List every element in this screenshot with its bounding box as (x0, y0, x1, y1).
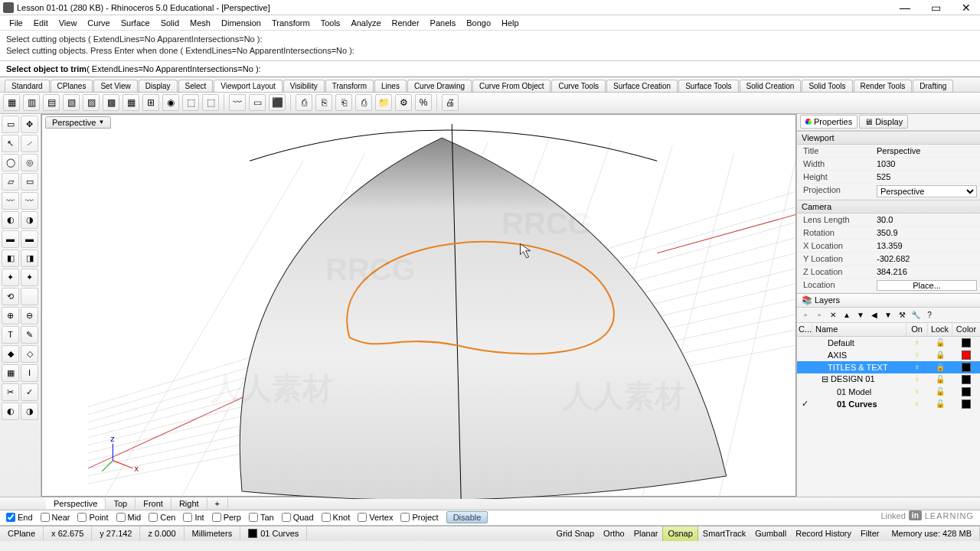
menu-dimension[interactable]: Dimension (217, 17, 266, 29)
toolbar-button[interactable]: ⎘ (315, 94, 332, 111)
toolbar-button[interactable]: ⊞ (142, 94, 159, 111)
delete-layer-icon[interactable]: ✕ (828, 309, 838, 320)
tool-button[interactable]: ⟲ (2, 288, 19, 305)
menu-surface[interactable]: Surface (116, 17, 155, 29)
status-units[interactable]: Millimeters (185, 527, 241, 541)
tab-surface-creation[interactable]: Surface Creation (606, 80, 678, 92)
tools-icon[interactable]: ⚒ (897, 309, 907, 320)
tool-button[interactable]: ◇ (21, 345, 38, 363)
tool-button[interactable]: T (2, 326, 19, 344)
status-toggle-osnap[interactable]: Osnap (662, 527, 697, 541)
toolbar-button[interactable]: ⚙ (395, 94, 412, 111)
menu-transform[interactable]: Transform (267, 17, 315, 29)
status-toggle-smarttrack[interactable]: SmartTrack (698, 527, 750, 541)
tab-curve-tools[interactable]: Curve Tools (551, 80, 606, 92)
menu-edit[interactable]: Edit (29, 17, 53, 29)
layer-row[interactable]: TITLES & TEXT ♀ 🔒 (797, 361, 980, 373)
tool-button[interactable]: ◐ (2, 403, 19, 420)
tab-surface-tools[interactable]: Surface Tools (678, 80, 738, 92)
viewport-canvas[interactable]: z x (42, 115, 795, 499)
toolbar-button[interactable]: % (415, 94, 432, 111)
layer-row[interactable]: AXIS ♀ 🔒 (797, 349, 980, 361)
osnap-near[interactable]: Near (41, 513, 70, 522)
status-layer[interactable]: 01 Curves (240, 527, 307, 541)
tool-button[interactable]: ⊕ (2, 307, 19, 324)
tool-button[interactable]: ✎ (21, 326, 38, 344)
command-prompt[interactable]: Select object to trim ( ExtendLines=No A… (0, 61, 980, 77)
tool-button[interactable]: ▬ (21, 230, 38, 248)
tool-button[interactable]: ▦ (2, 364, 19, 382)
cam-lens-value[interactable]: 30.0 (874, 214, 980, 226)
toolbar-button[interactable]: ⬚ (202, 94, 219, 111)
toolbar-button[interactable]: ⎙ (296, 94, 312, 111)
menu-render[interactable]: Render (387, 17, 424, 29)
chevron-down-icon[interactable]: ▼ (98, 119, 104, 126)
tool-button[interactable]: ◎ (21, 154, 38, 171)
toolbar-button[interactable]: ▨ (83, 94, 100, 111)
help-icon[interactable]: ? (924, 309, 935, 320)
status-toggle-grid-snap[interactable]: Grid Snap (552, 527, 599, 541)
tab-properties[interactable]: Properties (800, 115, 858, 129)
tool-button[interactable]: ✥ (21, 116, 38, 133)
layer-row[interactable]: 01 Model ♀ 🔓 (797, 386, 980, 398)
tab-transform[interactable]: Transform (325, 80, 374, 92)
toolbar-button[interactable]: ⬚ (182, 94, 199, 111)
tool-button[interactable]: ◑ (21, 403, 38, 420)
new-layer-icon[interactable]: ▫ (800, 309, 811, 320)
toolbar-button[interactable]: ▤ (43, 94, 60, 111)
view-tab-top[interactable]: Top (106, 498, 136, 509)
view-tab-front[interactable]: Front (136, 498, 172, 509)
col-current[interactable]: C... (797, 323, 812, 336)
menu-mesh[interactable]: Mesh (185, 17, 215, 29)
add-view-tab[interactable]: + (207, 498, 228, 509)
tab-render-tools[interactable]: Render Tools (854, 80, 913, 92)
col-on[interactable]: On (906, 323, 928, 336)
tool-button[interactable]: ⟋ (21, 135, 38, 152)
tool-button[interactable]: ▭ (21, 173, 38, 191)
toolbar-button[interactable]: 🖨 (442, 94, 459, 111)
tab-solid-tools[interactable]: Solid Tools (802, 80, 852, 92)
maximize-button[interactable]: ▭ (925, 2, 946, 14)
view-tab-perspective[interactable]: Perspective (46, 498, 106, 509)
tool-button[interactable]: ✓ (21, 383, 38, 401)
tool-button[interactable]: ✦ (21, 269, 38, 286)
cam-y-value[interactable]: -302.682 (874, 253, 980, 265)
cam-rot-value[interactable]: 350.9 (874, 227, 980, 239)
toolbar-button[interactable]: 📁 (375, 94, 392, 111)
tool-button[interactable]: ◑ (21, 211, 38, 229)
osnap-knot[interactable]: Knot (322, 513, 351, 522)
tab-visibility[interactable]: Visibility (283, 80, 325, 92)
menu-file[interactable]: File (5, 17, 28, 29)
tab-curve-drawing[interactable]: Curve Drawing (407, 80, 472, 92)
toolbar-button[interactable]: ◉ (162, 94, 179, 111)
menu-panels[interactable]: Panels (426, 17, 461, 29)
filter-icon[interactable]: ▼ (883, 309, 893, 320)
wrench-icon[interactable]: 🔧 (910, 309, 921, 320)
viewport[interactable]: z x Perspective ▼ RRCG RRCG 人人素材 人人素材 (41, 114, 796, 497)
tab-display[interactable]: Display (139, 80, 178, 92)
layer-row[interactable]: ⊟ DESIGN 01 ♀ 🔓 (797, 373, 980, 386)
menu-tools[interactable]: Tools (316, 17, 345, 29)
menu-analyze[interactable]: Analyze (346, 17, 385, 29)
status-toggle-planar[interactable]: Planar (629, 527, 663, 541)
tab-standard[interactable]: Standard (5, 80, 50, 92)
osnap-int[interactable]: Int (183, 513, 204, 522)
osnap-cen[interactable]: Cen (149, 513, 175, 522)
osnap-perp[interactable]: Perp (212, 513, 241, 522)
tab-display[interactable]: 🖥 Display (859, 115, 908, 129)
layers-tab[interactable]: 📚 Layers (797, 294, 980, 308)
osnap-disable-button[interactable]: Disable (446, 511, 488, 523)
view-tab-right[interactable]: Right (172, 498, 207, 509)
tab-solid-creation[interactable]: Solid Creation (740, 80, 802, 92)
status-toggle-ortho[interactable]: Ortho (599, 527, 629, 541)
osnap-tan[interactable]: Tan (249, 513, 274, 522)
tool-button[interactable]: 〰 (2, 192, 19, 210)
osnap-point[interactable]: Point (77, 513, 108, 522)
osnap-mid[interactable]: Mid (116, 513, 142, 522)
status-x[interactable]: x 62.675 (44, 527, 92, 541)
status-toggle-record-history[interactable]: Record History (791, 527, 856, 541)
tab-set-view[interactable]: Set View (93, 80, 137, 92)
tab-drafting[interactable]: Drafting (913, 80, 953, 92)
cam-z-value[interactable]: 384.216 (874, 266, 980, 278)
tool-button[interactable]: I (21, 364, 38, 382)
